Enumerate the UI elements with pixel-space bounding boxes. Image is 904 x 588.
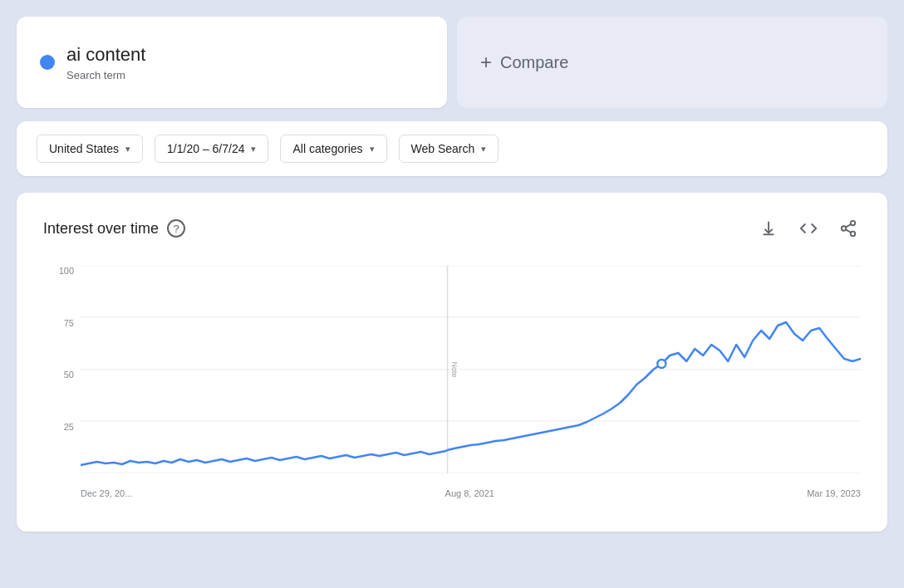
svg-line-4 (846, 224, 851, 228)
help-icon[interactable]: ? (167, 219, 185, 238)
embed-button[interactable] (796, 216, 821, 241)
region-filter[interactable]: United States ▾ (37, 135, 143, 163)
search-term-info: ai content Search term (66, 43, 145, 81)
search-term-dot (40, 55, 55, 70)
x-label-mid: Aug 8, 2021 (445, 488, 494, 498)
svg-point-1 (842, 226, 847, 231)
region-label: United States (49, 142, 119, 155)
chart-title-area: Interest over time ? (43, 219, 185, 238)
svg-text:Note: Note (450, 362, 459, 378)
compare-plus-icon: + (480, 51, 492, 74)
y-label-100: 100 (59, 266, 74, 276)
y-label-75: 75 (64, 318, 74, 328)
y-label-25: 25 (64, 422, 74, 432)
trend-line-svg: Note (81, 266, 861, 473)
search-term-subtitle: Search term (66, 69, 145, 81)
svg-point-0 (851, 221, 856, 226)
search-type-label: Web Search (411, 142, 475, 155)
date-label: 1/1/20 – 6/7/24 (167, 142, 244, 155)
category-chevron-icon: ▾ (370, 144, 375, 154)
chart-actions (756, 216, 861, 241)
compare-card[interactable]: + Compare (457, 17, 887, 108)
share-button[interactable] (836, 216, 861, 241)
search-term-card: ai content Search term (17, 17, 447, 108)
x-label-end: Mar 19, 2023 (807, 488, 861, 498)
svg-line-3 (846, 229, 851, 233)
y-label-50: 50 (64, 370, 74, 380)
compare-label: Compare (500, 53, 568, 72)
chart-card: Interest over time ? (17, 193, 887, 532)
chart-plot: Note (81, 266, 861, 473)
chart-title: Interest over time (43, 220, 159, 238)
x-axis-labels: Dec 29, 20... Aug 8, 2021 Mar 19, 2023 (81, 478, 861, 498)
search-type-chevron-icon: ▾ (481, 144, 486, 154)
y-axis: 100 75 50 25 (43, 266, 81, 473)
chart-header: Interest over time ? (43, 216, 861, 241)
x-label-start: Dec 29, 20... (81, 488, 132, 498)
search-type-filter[interactable]: Web Search ▾ (399, 135, 499, 163)
chart-area: 100 75 50 25 Note (43, 266, 861, 498)
date-chevron-icon: ▾ (251, 144, 256, 154)
svg-point-12 (657, 360, 666, 368)
category-filter[interactable]: All categories ▾ (280, 135, 386, 163)
filters-bar: United States ▾ 1/1/20 – 6/7/24 ▾ All ca… (17, 121, 887, 176)
region-chevron-icon: ▾ (125, 144, 130, 154)
svg-point-2 (851, 232, 856, 237)
search-term-name: ai content (66, 43, 145, 67)
download-button[interactable] (756, 216, 781, 241)
category-label: All categories (292, 142, 362, 155)
date-filter[interactable]: 1/1/20 – 6/7/24 ▾ (155, 135, 268, 163)
